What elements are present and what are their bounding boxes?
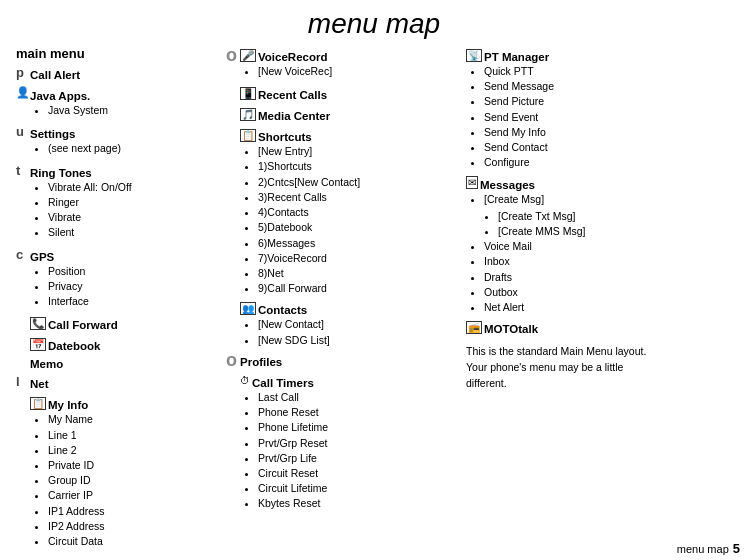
footer: menu map 5 xyxy=(677,541,740,556)
pt-manager-header: PT Manager xyxy=(484,51,549,63)
list-item: Vibrate All: On/Off xyxy=(48,180,218,195)
char-t: t xyxy=(16,162,30,180)
list-item: Kbytes Reset xyxy=(258,496,458,511)
datebook-block: 📅 Datebook xyxy=(30,335,218,353)
profiles-header: Profiles xyxy=(240,356,458,368)
net-block: l Net xyxy=(16,373,218,391)
list-item: Privacy xyxy=(48,279,218,294)
list-item: Circuit Data xyxy=(48,534,218,549)
list-item: Vibrate xyxy=(48,210,218,225)
create-msg-sub-list: [Create Txt Msg] [Create MMS Msg] xyxy=(498,209,732,239)
ring-tones-list: Vibrate All: On/Off Ringer Vibrate Silen… xyxy=(48,180,218,241)
call-forward-icon: 📞 xyxy=(30,317,46,330)
list-item: IP1 Address xyxy=(48,504,218,519)
messages-header: Messages xyxy=(480,179,535,191)
standard-note-line3: different. xyxy=(466,377,507,389)
call-timers-icon: ⏱ xyxy=(240,375,250,386)
list-item: IP2 Address xyxy=(48,519,218,534)
datebook-icon: 📅 xyxy=(30,338,46,351)
page-title: menu map xyxy=(0,0,748,40)
voice-record-block: o 🎤 VoiceRecord [New VoiceRec] xyxy=(226,46,458,81)
settings-header: Settings xyxy=(30,128,218,140)
messages-list: [Create Msg] xyxy=(484,192,732,207)
media-center-header: Media Center xyxy=(258,110,330,122)
list-item: Drafts xyxy=(484,270,732,285)
list-item: Group ID xyxy=(48,473,218,488)
voice-record-list: [New VoiceRec] xyxy=(258,64,458,79)
datebook-header: Datebook xyxy=(48,340,100,352)
list-item: Send Picture xyxy=(484,94,732,109)
gps-block: c GPS Position Privacy Interface xyxy=(16,246,218,312)
shortcuts-icon: 📋 xyxy=(240,129,256,142)
my-info-header: My Info xyxy=(48,399,88,411)
list-item: Ringer xyxy=(48,195,218,210)
pt-manager-block: 📡 PT Manager Quick PTT Send Message Send… xyxy=(466,46,732,171)
list-item: Inbox xyxy=(484,254,732,269)
list-item: Java System xyxy=(48,103,218,118)
list-item: My Name xyxy=(48,412,218,427)
char-p: p xyxy=(16,64,30,82)
list-item: 1)Shortcuts xyxy=(258,159,458,174)
list-item: [New SDG List] xyxy=(258,333,458,348)
memo-block: Memo xyxy=(30,358,218,370)
list-item: [Create Txt Msg] xyxy=(498,209,732,224)
java-apps-header: Java Apps. xyxy=(30,90,218,102)
shortcuts-list: [New Entry] 1)Shortcuts 2)Cntcs[New Cont… xyxy=(258,144,458,296)
main-menu-label: main menu xyxy=(16,46,218,61)
java-apps-block: 👤 Java Apps. Java System xyxy=(16,85,218,120)
memo-header: Memo xyxy=(30,358,218,370)
call-alert-block: p Call Alert xyxy=(16,64,218,82)
mototalk-block: 📻 MOTOtalk xyxy=(466,318,732,336)
messages-block: ✉ Messages [Create Msg] [Create Txt Msg]… xyxy=(466,174,732,316)
list-item: 6)Messages xyxy=(258,236,458,251)
list-item: [New VoiceRec] xyxy=(258,64,458,79)
list-item: Send My Info xyxy=(484,125,732,140)
standard-note-line2: Your phone's menu may be a little xyxy=(466,361,623,373)
list-item: [New Contact] xyxy=(258,317,458,332)
call-timers-header: Call Timers xyxy=(252,377,314,389)
mototalk-icon: 📻 xyxy=(466,321,482,334)
footer-label: menu map xyxy=(677,543,729,555)
list-item: Send Message xyxy=(484,79,732,94)
list-item: [Create MMS Msg] xyxy=(498,224,732,239)
contacts-icon: 👥 xyxy=(240,302,256,315)
list-item: Send Contact xyxy=(484,140,732,155)
call-timers-block: ⏱ Call Timers Last Call Phone Reset Phon… xyxy=(240,372,458,512)
char-c: c xyxy=(16,246,30,264)
list-item: Quick PTT xyxy=(484,64,732,79)
list-item: Circuit Lifetime xyxy=(258,481,458,496)
list-item: Position xyxy=(48,264,218,279)
shortcuts-block: 📋 Shortcuts [New Entry] 1)Shortcuts 2)Cn… xyxy=(240,126,458,296)
list-item: Prvt/Grp Life xyxy=(258,451,458,466)
list-item: Circuit Reset xyxy=(258,466,458,481)
mid-column: o 🎤 VoiceRecord [New VoiceRec] 📱 Recent … xyxy=(222,46,462,552)
profiles-block: o Profiles xyxy=(226,351,458,369)
contacts-list: [New Contact] [New SDG List] xyxy=(258,317,458,347)
list-item: Voice Mail xyxy=(484,239,732,254)
list-item: 8)Net xyxy=(258,266,458,281)
media-center-block: 🎵 Media Center xyxy=(240,105,458,123)
list-item: Silent xyxy=(48,225,218,240)
mototalk-header: MOTOtalk xyxy=(484,323,538,335)
list-item: Last Call xyxy=(258,390,458,405)
settings-block: u Settings (see next page) xyxy=(16,123,218,158)
list-item: Outbox xyxy=(484,285,732,300)
list-item: 4)Contacts xyxy=(258,205,458,220)
footer-number: 5 xyxy=(733,541,740,556)
messages-list2: Voice Mail Inbox Drafts Outbox Net Alert xyxy=(484,239,732,315)
list-item: 2)Cntcs[New Contact] xyxy=(258,175,458,190)
create-msg-item: [Create Msg] xyxy=(484,192,732,207)
my-info-block: 📋 My Info My Name Line 1 Line 2 Private … xyxy=(30,394,218,549)
recent-calls-header: Recent Calls xyxy=(258,89,327,101)
ring-tones-block: t Ring Tones Vibrate All: On/Off Ringer … xyxy=(16,162,218,243)
list-item: Line 1 xyxy=(48,428,218,443)
pt-manager-icon: 📡 xyxy=(466,49,482,62)
list-item: [New Entry] xyxy=(258,144,458,159)
char-o2: o xyxy=(226,351,240,369)
list-item: Carrier IP xyxy=(48,488,218,503)
my-info-list: My Name Line 1 Line 2 Private ID Group I… xyxy=(48,412,218,549)
ring-tones-header: Ring Tones xyxy=(30,167,218,179)
standard-note: This is the standard Main Menu layout. Y… xyxy=(466,344,732,391)
char-l: l xyxy=(16,373,30,391)
java-apps-list: Java System xyxy=(48,103,218,118)
